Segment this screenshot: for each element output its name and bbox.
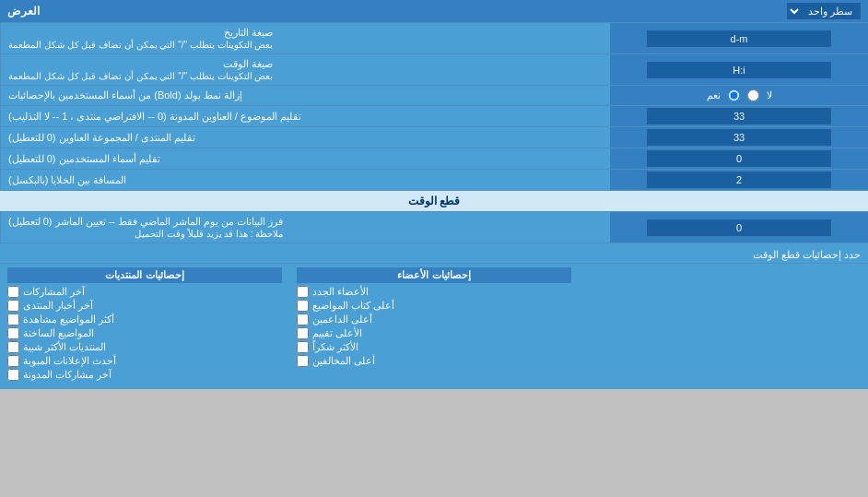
date-format-input[interactable] xyxy=(647,30,831,47)
bold-yes-label: نعم xyxy=(707,89,721,101)
cb-new-members: الأعضاء الجدد xyxy=(297,285,571,299)
forum-address-row: تقليم المنتدى / المجموعة العناوين (0 للت… xyxy=(0,127,868,148)
cb-top-violations-input[interactable] xyxy=(297,355,309,367)
cb-most-forums: المنتديات الأكثر شبية xyxy=(7,340,282,354)
bold-radio-group: لا نعم xyxy=(703,88,776,103)
cb-top-supporters-input[interactable] xyxy=(297,314,309,325)
cb-most-viewed: أكثر المواضيع مشاهدة xyxy=(7,313,282,326)
cb-latest-posts: آخر المشاركات xyxy=(7,285,282,299)
stats-label-row: حدد إحصائيات قطع الوقت xyxy=(0,247,868,264)
main-container: سطر واحد سطران ثلاثة أسطر العرض صيغة الت… xyxy=(0,0,868,389)
cb-top-writers: أعلى كتاب المواضيع xyxy=(297,299,571,313)
user-names-label: تقليم أسماء المستخدمين (0 للتعطيل) xyxy=(0,148,610,169)
checkbox-columns: إحصائيات المنتديات آخر المشاركات آخر أخب… xyxy=(0,264,868,385)
stats-empty-col xyxy=(579,266,868,384)
cb-forum-news: آخر أخبار المنتدى xyxy=(7,299,282,313)
forum-address-label: تقليم المنتدى / المجموعة العناوين (0 للت… xyxy=(0,127,610,148)
forum-address-input[interactable] xyxy=(647,129,831,146)
cb-most-thanks: الأكثر شكراً xyxy=(297,340,571,354)
date-format-input-cell xyxy=(610,23,868,53)
topic-address-input[interactable] xyxy=(647,108,831,124)
time-filter-input[interactable] xyxy=(647,219,831,236)
cb-top-writers-input[interactable] xyxy=(297,300,309,312)
cell-spacing-input[interactable] xyxy=(647,172,831,188)
cb-most-thanks-input[interactable] xyxy=(297,341,309,353)
cb-hot-topics: المواضيع الساخنة xyxy=(7,326,282,340)
user-names-row: تقليم أسماء المستخدمين (0 للتعطيل) xyxy=(0,148,868,170)
time-format-input-cell xyxy=(610,54,868,85)
cb-blog-posts: آخر مشاركات المدونة xyxy=(7,368,282,382)
bold-yes-radio[interactable] xyxy=(728,89,740,101)
cell-spacing-row: المسافة بين الخلايا (بالبكسل) xyxy=(0,170,868,191)
single-line-wrapper: سطر واحد سطران ثلاثة أسطر xyxy=(787,3,861,19)
time-filter-label: فرز البيانات من يوم الماشر الماضي فقط --… xyxy=(0,212,610,243)
cb-classified-ads: أحدث الإعلانات المبوبة xyxy=(7,354,282,368)
stats-members-header: إحصائيات الأعضاء xyxy=(297,267,571,283)
cell-spacing-input-cell xyxy=(610,170,868,190)
topic-address-label: تقليم الموضوع / العناوين المدونة (0 -- ا… xyxy=(0,106,610,126)
stats-posts-col: إحصائيات المنتديات آخر المشاركات آخر أخب… xyxy=(0,266,289,384)
time-format-row: صيغة الوقتبعض التكوينات يتطلب "/" التي ي… xyxy=(0,54,868,86)
bold-remove-label: إزالة نمط بولد (Bold) من أسماء المستخدمي… xyxy=(0,86,610,105)
cb-top-rated-input[interactable] xyxy=(297,327,309,339)
time-filter-input-cell xyxy=(610,212,868,243)
top-header-row: سطر واحد سطران ثلاثة أسطر العرض xyxy=(0,0,868,23)
stats-section-label: حدد إحصائيات قطع الوقت xyxy=(7,249,861,261)
stats-section: حدد إحصائيات قطع الوقت إحصائيات المنتديا… xyxy=(0,243,868,389)
cb-most-forums-input[interactable] xyxy=(7,341,19,353)
bold-radio-cell: لا نعم xyxy=(610,86,868,105)
bold-no-radio[interactable] xyxy=(747,89,759,101)
time-format-input[interactable] xyxy=(647,62,831,78)
user-names-input-cell xyxy=(610,148,868,169)
topic-address-row: تقليم الموضوع / العناوين المدونة (0 -- ا… xyxy=(0,106,868,127)
cb-new-members-input[interactable] xyxy=(297,286,309,298)
time-format-label: صيغة الوقتبعض التكوينات يتطلب "/" التي ي… xyxy=(0,54,610,85)
cb-classified-ads-input[interactable] xyxy=(7,355,19,367)
time-cut-header: قطع الوقت xyxy=(0,191,868,212)
cb-blog-posts-input[interactable] xyxy=(7,369,19,381)
single-line-select[interactable]: سطر واحد سطران ثلاثة أسطر xyxy=(787,3,861,19)
time-filter-row: فرز البيانات من يوم الماشر الماضي فقط --… xyxy=(0,212,868,243)
user-names-input[interactable] xyxy=(647,150,831,167)
forum-address-input-cell xyxy=(610,127,868,148)
cell-spacing-label: المسافة بين الخلايا (بالبكسل) xyxy=(0,170,610,190)
page-title: العرض xyxy=(7,5,40,18)
cb-latest-posts-input[interactable] xyxy=(7,286,19,298)
bold-remove-row: لا نعم إزالة نمط بولد (Bold) من أسماء ال… xyxy=(0,86,868,106)
cb-forum-news-input[interactable] xyxy=(7,300,19,312)
date-format-row: صيغة التاريخبعض التكوينات يتطلب "/" التي… xyxy=(0,23,868,54)
cb-top-violations: أعلى المخالفين xyxy=(297,354,571,368)
topic-address-input-cell xyxy=(610,106,868,126)
cb-top-supporters: أعلى الداعمين xyxy=(297,313,571,326)
cb-most-viewed-input[interactable] xyxy=(7,314,19,325)
date-format-label: صيغة التاريخبعض التكوينات يتطلب "/" التي… xyxy=(0,23,610,53)
bold-no-label: لا xyxy=(767,89,772,101)
cb-top-rated: الأعلى تقييم xyxy=(297,326,571,340)
cb-hot-topics-input[interactable] xyxy=(7,327,19,339)
stats-members-col: إحصائيات الأعضاء الأعضاء الجدد أعلى كتاب… xyxy=(289,266,579,384)
stats-posts-header: إحصائيات المنتديات xyxy=(7,267,282,283)
